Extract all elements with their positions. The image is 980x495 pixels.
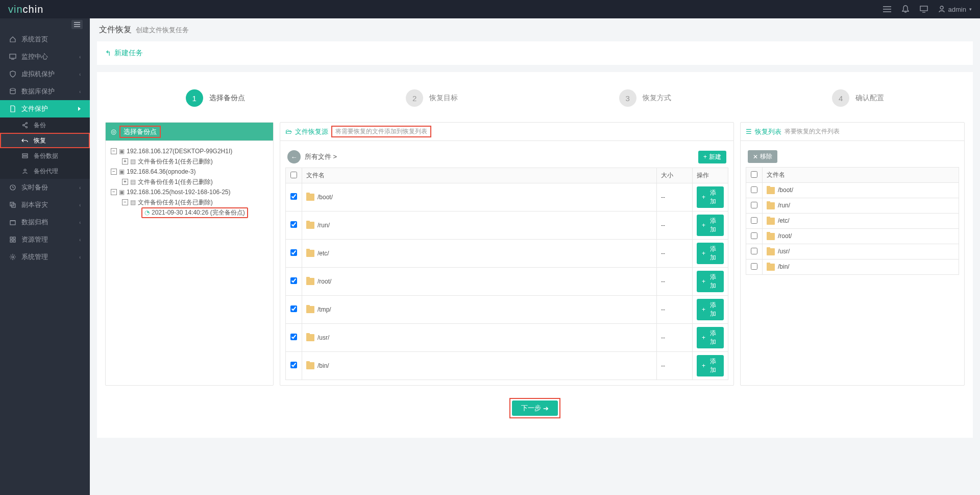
sidebar-item-label: 系统首页 — [21, 35, 48, 44]
row-checkbox[interactable] — [751, 248, 757, 254]
tree-node[interactable]: − ▣ 192.168.64.36(opnode-3) — [111, 167, 268, 177]
sidebar-sub-item-备份数据[interactable]: 备份数据 — [0, 148, 90, 163]
arrow-right-icon: ➔ — [543, 405, 549, 412]
add-button[interactable]: +添加 — [697, 355, 724, 376]
new-folder-button[interactable]: +新建 — [698, 151, 726, 163]
sidebar-toggle[interactable] — [0, 18, 90, 31]
content: 文件恢复 创建文件恢复任务 ↰ 新建任务 1选择备份点2恢复目标3恢复方式4确认… — [90, 18, 980, 495]
tree-node[interactable]: − ▣ 192.168.106.127(DESKTOP-99G2H1I) — [111, 146, 268, 156]
undo-icon — [21, 137, 29, 144]
tree-toggle-icon[interactable]: + — [122, 179, 128, 185]
cell-filename[interactable]: /etc/ — [302, 240, 657, 268]
data-icon — [21, 152, 29, 159]
tree-toggle-icon[interactable]: − — [111, 189, 117, 195]
shield-icon — [9, 70, 16, 78]
sidebar-item-文件保护[interactable]: 文件保护 — [0, 100, 90, 117]
restore-list-table: 文件名 /boot//run//etc//root//usr//bin/ — [746, 167, 959, 275]
cell-filename[interactable]: /usr/ — [763, 244, 959, 260]
row-checkbox[interactable] — [751, 217, 757, 224]
cell-filename[interactable]: /boot/ — [302, 183, 657, 211]
step-2[interactable]: 2恢复目标 — [406, 89, 458, 107]
tree-node[interactable]: ◔ 2021-09-30 14:40:26 (完全备份点) — [111, 207, 268, 218]
user-menu[interactable]: admin ▾ — [938, 6, 972, 13]
tree-toggle-icon[interactable]: − — [111, 148, 117, 154]
row-checkbox[interactable] — [751, 232, 757, 239]
sidebar-item-资源管理[interactable]: 资源管理‹ — [0, 231, 90, 248]
resource-icon — [9, 236, 16, 243]
cell-filename[interactable]: /bin/ — [302, 352, 657, 380]
tree-toggle-icon[interactable]: − — [111, 169, 117, 175]
add-button[interactable]: +添加 — [697, 186, 724, 208]
tree-node[interactable]: − ▣ 192.168.106.25(host-192-168-106-25) — [111, 187, 268, 197]
add-button[interactable]: +添加 — [697, 327, 724, 348]
add-button[interactable]: +添加 — [697, 243, 724, 264]
next-button[interactable]: 下一步➔ — [512, 400, 558, 416]
screen-icon[interactable] — [920, 5, 928, 13]
step-4[interactable]: 4确认配置 — [832, 89, 884, 107]
sidebar-item-数据库保护[interactable]: 数据库保护‹ — [0, 83, 90, 100]
sidebar-item-监控中心[interactable]: 监控中心‹ — [0, 48, 90, 65]
agent-icon — [21, 168, 29, 175]
table-row: /etc/--+添加 — [286, 240, 728, 268]
sidebar-item-系统管理[interactable]: 系统管理‹ — [0, 248, 90, 266]
breadcrumb-all-files[interactable]: 所有文件 > — [305, 152, 337, 161]
tree-node[interactable]: + ▤ 文件备份任务1(任务已删除) — [111, 156, 268, 167]
cell-filename[interactable]: /usr/ — [302, 324, 657, 352]
add-button[interactable]: +添加 — [697, 271, 724, 292]
notify-list-icon[interactable] — [883, 5, 891, 13]
row-checkbox[interactable] — [290, 193, 297, 200]
row-checkbox[interactable] — [290, 334, 297, 340]
add-button[interactable]: +添加 — [697, 215, 724, 236]
svg-point-27 — [12, 256, 14, 258]
chevron-down-icon: ▾ — [969, 7, 972, 12]
row-checkbox[interactable] — [290, 362, 297, 368]
sidebar-sub-item-备份代理[interactable]: 备份代理 — [0, 163, 90, 179]
th-size: 大小 — [657, 168, 693, 183]
back-button[interactable]: ← — [287, 150, 301, 163]
sidebar-item-系统首页[interactable]: 系统首页 — [0, 31, 90, 48]
copy-icon — [9, 201, 16, 208]
row-checkbox[interactable] — [290, 249, 297, 256]
cell-filename[interactable]: /boot/ — [763, 183, 959, 198]
chevron-left-icon: ‹ — [79, 220, 80, 225]
sidebar-sub-item-恢复[interactable]: 恢复 — [0, 133, 90, 148]
sidebar-item-实时备份[interactable]: 实时备份‹ — [0, 179, 90, 196]
bell-icon[interactable] — [901, 5, 910, 13]
select-all-source[interactable] — [290, 172, 297, 178]
tree-node[interactable]: + ▤ 文件备份任务1(任务已删除) — [111, 177, 268, 187]
row-checkbox[interactable] — [290, 305, 297, 312]
sidebar-sub-item-备份[interactable]: 备份 — [0, 117, 90, 133]
cell-filename[interactable]: /etc/ — [763, 214, 959, 229]
cell-filename[interactable]: /run/ — [763, 198, 959, 214]
sidebar-item-虚拟机保护[interactable]: 虚拟机保护‹ — [0, 65, 90, 83]
remove-button[interactable]: ✕移除 — [748, 150, 777, 163]
row-checkbox[interactable] — [751, 263, 757, 270]
row-checkbox[interactable] — [290, 277, 297, 284]
cell-filename[interactable]: /root/ — [763, 229, 959, 244]
svg-line-14 — [24, 126, 26, 127]
row-checkbox[interactable] — [751, 202, 757, 208]
row-checkbox[interactable] — [751, 186, 757, 193]
db-icon — [9, 88, 16, 95]
svg-rect-25 — [10, 240, 12, 242]
cell-filename[interactable]: /root/ — [302, 268, 657, 296]
cell-filename[interactable]: /tmp/ — [302, 296, 657, 324]
tree-toggle-icon[interactable]: − — [122, 199, 128, 205]
step-label: 恢复目标 — [429, 93, 458, 103]
step-number: 4 — [832, 89, 849, 107]
tree-node[interactable]: − ▤ 文件备份任务1(任务已删除) — [111, 197, 268, 207]
step-3[interactable]: 3恢复方式 — [619, 89, 671, 107]
panel-new-task-title: ↰ 新建任务 — [97, 41, 973, 65]
tree-toggle-icon[interactable]: + — [122, 158, 128, 164]
sidebar-item-副本容灾[interactable]: 副本容灾‹ — [0, 196, 90, 214]
select-all-restore[interactable] — [751, 171, 757, 178]
step-1[interactable]: 1选择备份点 — [186, 89, 245, 107]
plus-icon: + — [702, 250, 705, 257]
cell-size: -- — [657, 211, 693, 240]
sidebar: 系统首页监控中心‹虚拟机保护‹数据库保护‹文件保护备份恢复备份数据备份代理实时备… — [0, 18, 90, 495]
add-button[interactable]: +添加 — [697, 299, 724, 320]
sidebar-item-数据归档[interactable]: 数据归档‹ — [0, 214, 90, 231]
cell-filename[interactable]: /run/ — [302, 211, 657, 240]
row-checkbox[interactable] — [290, 221, 297, 228]
cell-filename[interactable]: /bin/ — [763, 260, 959, 275]
